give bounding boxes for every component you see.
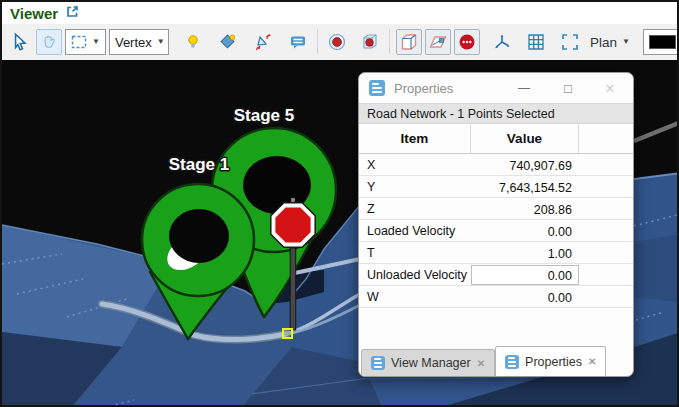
light-bulb-icon [184, 33, 202, 51]
comment-bubble-icon [289, 33, 307, 51]
sphere-in-circle-icon [327, 32, 347, 52]
hand-icon [40, 33, 58, 51]
tab-label: View Manager [391, 356, 471, 370]
select-cursor-button[interactable] [7, 29, 33, 55]
leader-flag-icon [253, 32, 273, 52]
stage-1-label: Stage 1 [169, 155, 229, 174]
page-title: Viewer [10, 5, 58, 22]
tab-properties[interactable]: Properties ✕ [495, 346, 606, 376]
stop-sign-dots-icon [457, 32, 477, 52]
property-value[interactable]: 740,907.69 [471, 155, 579, 175]
property-name: X [359, 158, 471, 172]
vertex-mode-label: Vertex [115, 35, 152, 50]
cursor-icon [10, 32, 30, 52]
cube-outline-icon [399, 32, 419, 52]
grid-icon [527, 33, 545, 51]
property-name: T [359, 246, 471, 260]
sign-cap [291, 198, 295, 202]
properties-tab-icon [505, 355, 519, 369]
marquee-select-dropdown[interactable]: ▼ [65, 29, 106, 55]
properties-table-header: Item Value [359, 124, 633, 154]
property-value[interactable]: 0.00 [471, 221, 579, 241]
zoom-extents-button[interactable] [557, 29, 583, 55]
close-button[interactable]: ✕ [597, 73, 623, 103]
properties-panel: Properties — □ ✕ Road Network - 1 Points… [358, 72, 634, 377]
view-manager-tab-icon [371, 356, 385, 370]
show-solids-toggle[interactable] [396, 29, 422, 55]
vertex-mode-combobox[interactable]: Vertex ▼ [109, 29, 169, 55]
light-button[interactable] [180, 29, 206, 55]
column-header-value[interactable]: Value [471, 125, 579, 153]
show-signs-toggle[interactable] [454, 29, 480, 55]
toolbar: ▼ Vertex ▼ [2, 24, 677, 60]
property-value[interactable]: 0.00 [471, 265, 579, 285]
axes-icon [492, 32, 512, 52]
tab-view-manager[interactable]: View Manager ✕ [361, 349, 495, 376]
sphere-circle-button[interactable] [324, 29, 350, 55]
sphere-cube-button[interactable] [357, 29, 383, 55]
properties-panel-title: Properties [394, 81, 453, 96]
color-swatch [649, 35, 676, 49]
table-row[interactable]: Y 7,643,154.52 [359, 176, 633, 198]
table-row[interactable]: T 1.00 [359, 242, 633, 264]
property-name: Z [359, 202, 471, 216]
tab-close-icon[interactable]: ✕ [477, 358, 485, 369]
property-name: W [359, 290, 471, 304]
viewer-window: Viewer ▼ Vertex ▼ [0, 0, 679, 407]
property-value[interactable]: 1.00 [471, 243, 579, 263]
plan-view-dropdown[interactable]: Plan ▼ [586, 29, 634, 55]
table-row[interactable]: Unloaded Velocity 0.00 [359, 264, 633, 286]
chevron-down-icon: ▼ [157, 38, 165, 46]
selection-status: Road Network - 1 Points Selected [359, 103, 633, 124]
table-row[interactable]: X 740,907.69 [359, 154, 633, 176]
panel-tabs: View Manager ✕ Properties ✕ [361, 346, 606, 376]
material-light-button[interactable] [215, 29, 241, 55]
plane-outline-icon [428, 32, 448, 52]
tab-label: Properties [525, 355, 582, 369]
property-value[interactable]: 0.00 [471, 287, 579, 307]
grid-button[interactable] [523, 29, 549, 55]
table-row[interactable]: Loaded Velocity 0.00 [359, 220, 633, 242]
chevron-down-icon: ▼ [622, 38, 630, 46]
diamond-light-icon [218, 32, 238, 52]
properties-list-icon [369, 80, 385, 96]
property-name: Loaded Velocity [359, 224, 471, 238]
external-link-icon[interactable] [65, 4, 80, 23]
sphere-in-cube-icon [360, 32, 380, 52]
move-axes-button[interactable] [489, 29, 515, 55]
property-value[interactable]: 7,643,154.52 [471, 177, 579, 197]
chevron-down-icon: ▼ [92, 38, 100, 46]
column-header-item[interactable]: Item [359, 125, 471, 153]
property-value[interactable]: 208.86 [471, 199, 579, 219]
title-bar: Viewer [2, 2, 677, 24]
pin-hole [169, 209, 229, 263]
tab-close-icon[interactable]: ✕ [588, 356, 596, 367]
toolbar-separator [317, 30, 318, 54]
terrain-facet [634, 234, 677, 302]
toolbar-separator [389, 30, 390, 54]
stage-5-label: Stage 5 [234, 106, 294, 125]
minimize-button[interactable]: — [511, 73, 537, 103]
comment-button[interactable] [285, 29, 311, 55]
line-color-dropdown[interactable]: ▼ [643, 29, 679, 55]
properties-table-body: X 740,907.69 Y 7,643,154.52 Z 208.86 Loa… [359, 154, 633, 308]
table-row[interactable]: W 0.00 [359, 286, 633, 308]
sign-pole [290, 248, 296, 330]
marquee-icon [71, 35, 87, 49]
corner-brackets-icon [561, 33, 579, 51]
pan-hand-button[interactable] [36, 29, 62, 55]
leader-annotation-button[interactable] [250, 29, 276, 55]
table-row[interactable]: Z 208.86 [359, 198, 633, 220]
property-name: Unloaded Velocity [359, 268, 471, 282]
plan-view-label: Plan [590, 35, 617, 50]
show-planes-toggle[interactable] [425, 29, 451, 55]
property-name: Y [359, 180, 471, 194]
maximize-button[interactable]: □ [555, 73, 581, 103]
properties-panel-titlebar[interactable]: Properties — □ ✕ [359, 73, 633, 103]
